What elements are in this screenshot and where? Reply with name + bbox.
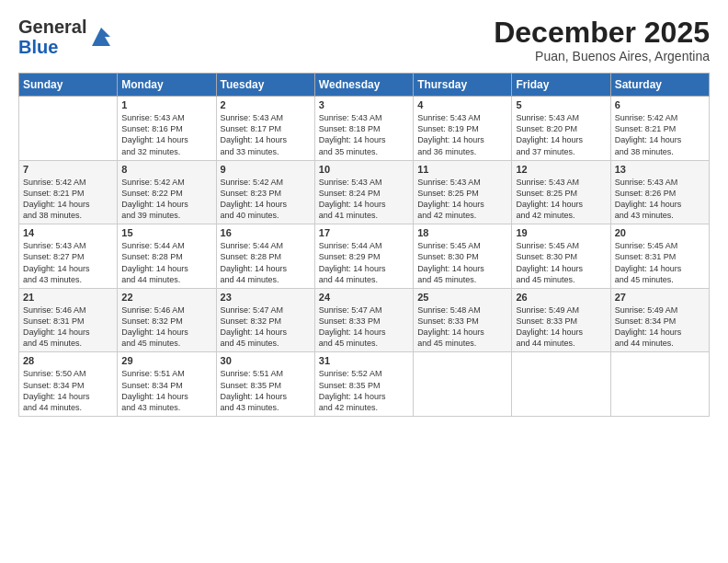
day-number: 29 [121,355,211,366]
daylight-hours: Daylight: 14 hours [319,391,409,402]
daylight-minutes: and 44 minutes. [121,274,211,285]
day-number: 31 [319,355,409,366]
table-row: 26Sunrise: 5:49 AMSunset: 8:33 PMDayligh… [512,288,610,352]
sunset-text: Sunset: 8:29 PM [319,251,409,262]
sunrise-text: Sunrise: 5:48 AM [417,304,507,316]
day-number: 1 [121,99,211,110]
sunrise-text: Sunrise: 5:42 AM [121,177,211,188]
calendar-week-row: 14Sunrise: 5:43 AMSunset: 8:27 PMDayligh… [19,224,710,289]
day-info: Sunrise: 5:43 AMSunset: 8:27 PMDaylight:… [23,240,113,285]
day-info: Sunrise: 5:47 AMSunset: 8:32 PMDaylight:… [221,304,311,350]
daylight-hours: Daylight: 14 hours [516,327,606,338]
sunrise-text: Sunrise: 5:51 AM [221,368,311,379]
day-info: Sunrise: 5:48 AMSunset: 8:33 PMDaylight:… [417,304,507,350]
daylight-minutes: and 42 minutes. [516,210,606,221]
day-info: Sunrise: 5:43 AMSunset: 8:16 PMDaylight:… [121,112,211,157]
calendar-week-row: 28Sunrise: 5:50 AMSunset: 8:34 PMDayligh… [19,352,710,417]
daylight-hours: Daylight: 14 hours [23,327,113,338]
col-sunday: Sunday [19,74,118,97]
daylight-minutes: and 44 minutes. [615,338,705,349]
sunrise-text: Sunrise: 5:42 AM [221,177,311,188]
daylight-hours: Daylight: 14 hours [319,199,409,210]
table-row: 9Sunrise: 5:42 AMSunset: 8:23 PMDaylight… [216,160,314,224]
day-info: Sunrise: 5:49 AMSunset: 8:34 PMDaylight:… [615,304,705,350]
sunrise-text: Sunrise: 5:45 AM [615,240,705,251]
sunset-text: Sunset: 8:16 PM [121,123,211,134]
day-number: 9 [221,164,311,175]
daylight-hours: Daylight: 14 hours [319,134,409,145]
sunset-text: Sunset: 8:21 PM [615,123,705,134]
day-info: Sunrise: 5:43 AMSunset: 8:18 PMDaylight:… [319,112,409,157]
day-number: 26 [516,292,606,303]
sunrise-text: Sunrise: 5:52 AM [319,368,409,379]
table-row [414,352,512,417]
day-info: Sunrise: 5:43 AMSunset: 8:25 PMDaylight:… [516,177,606,222]
day-info: Sunrise: 5:49 AMSunset: 8:33 PMDaylight:… [516,304,606,350]
title-block: December 2025 Puan, Buenos Aires, Argent… [494,17,710,63]
header: General Blue December 2025 Puan, Buenos … [18,17,710,63]
col-monday: Monday [118,74,216,97]
day-number: 25 [417,292,507,303]
daylight-minutes: and 45 minutes. [121,338,211,349]
day-info: Sunrise: 5:43 AMSunset: 8:26 PMDaylight:… [615,177,705,222]
daylight-minutes: and 43 minutes. [121,402,211,413]
table-row: 15Sunrise: 5:44 AMSunset: 8:28 PMDayligh… [118,224,216,289]
sunrise-text: Sunrise: 5:50 AM [23,368,113,379]
daylight-minutes: and 43 minutes. [23,274,113,285]
daylight-hours: Daylight: 14 hours [615,263,705,274]
daylight-hours: Daylight: 14 hours [615,134,705,145]
col-wednesday: Wednesday [314,74,413,97]
sunset-text: Sunset: 8:34 PM [615,316,705,327]
sunrise-text: Sunrise: 5:51 AM [121,368,211,379]
day-info: Sunrise: 5:47 AMSunset: 8:33 PMDaylight:… [319,304,409,350]
day-number: 14 [23,227,113,238]
table-row: 17Sunrise: 5:44 AMSunset: 8:29 PMDayligh… [314,224,413,289]
daylight-hours: Daylight: 14 hours [417,327,507,338]
sunset-text: Sunset: 8:30 PM [417,251,507,262]
day-info: Sunrise: 5:44 AMSunset: 8:28 PMDaylight:… [221,240,311,285]
day-number: 13 [615,164,705,175]
day-info: Sunrise: 5:42 AMSunset: 8:23 PMDaylight:… [221,177,311,222]
table-row: 2Sunrise: 5:43 AMSunset: 8:17 PMDaylight… [216,97,314,161]
logo-general: General [18,17,86,37]
daylight-hours: Daylight: 14 hours [221,391,311,402]
daylight-minutes: and 35 minutes. [319,146,409,157]
table-row: 7Sunrise: 5:42 AMSunset: 8:21 PMDaylight… [19,160,118,224]
day-number: 11 [417,164,507,175]
sunset-text: Sunset: 8:35 PM [319,380,409,391]
sunrise-text: Sunrise: 5:46 AM [121,304,211,316]
daylight-minutes: and 39 minutes. [121,210,211,221]
sunrise-text: Sunrise: 5:43 AM [516,177,606,188]
table-row: 22Sunrise: 5:46 AMSunset: 8:32 PMDayligh… [118,288,216,352]
col-friday: Friday [512,74,610,97]
day-info: Sunrise: 5:45 AMSunset: 8:30 PMDaylight:… [417,240,507,285]
daylight-hours: Daylight: 14 hours [516,263,606,274]
day-info: Sunrise: 5:51 AMSunset: 8:34 PMDaylight:… [121,368,211,413]
table-row: 28Sunrise: 5:50 AMSunset: 8:34 PMDayligh… [19,352,118,417]
day-number: 21 [23,292,113,303]
day-info: Sunrise: 5:43 AMSunset: 8:17 PMDaylight:… [221,112,311,157]
day-info: Sunrise: 5:46 AMSunset: 8:32 PMDaylight:… [121,304,211,350]
table-row: 23Sunrise: 5:47 AMSunset: 8:32 PMDayligh… [216,288,314,352]
logo: General Blue [18,17,114,57]
day-number: 15 [121,227,211,238]
daylight-hours: Daylight: 14 hours [121,327,211,338]
day-number: 2 [221,99,311,110]
day-info: Sunrise: 5:42 AMSunset: 8:21 PMDaylight:… [23,177,113,222]
sunset-text: Sunset: 8:18 PM [319,123,409,134]
sunrise-text: Sunrise: 5:49 AM [516,304,606,316]
daylight-minutes: and 44 minutes. [221,274,311,285]
daylight-minutes: and 45 minutes. [417,274,507,285]
location-subtitle: Puan, Buenos Aires, Argentina [494,49,710,63]
table-row: 27Sunrise: 5:49 AMSunset: 8:34 PMDayligh… [610,288,709,352]
sunset-text: Sunset: 8:17 PM [221,123,311,134]
daylight-minutes: and 42 minutes. [319,402,409,413]
calendar-week-row: 1Sunrise: 5:43 AMSunset: 8:16 PMDaylight… [19,97,710,161]
daylight-hours: Daylight: 14 hours [221,134,311,145]
sunset-text: Sunset: 8:33 PM [319,316,409,327]
day-info: Sunrise: 5:43 AMSunset: 8:20 PMDaylight:… [516,112,606,157]
sunrise-text: Sunrise: 5:43 AM [121,112,211,123]
sunset-text: Sunset: 8:30 PM [516,251,606,262]
calendar-week-row: 21Sunrise: 5:46 AMSunset: 8:31 PMDayligh… [19,288,710,352]
daylight-hours: Daylight: 14 hours [121,134,211,145]
